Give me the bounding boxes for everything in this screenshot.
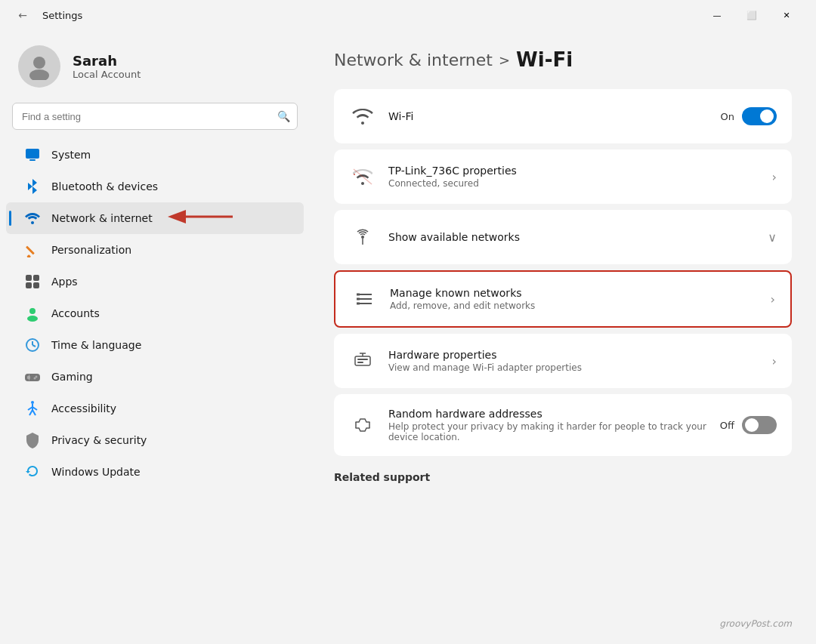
tp-link-item[interactable]: TP-Link_736C properties Connected, secur… <box>334 149 792 204</box>
show-networks-chevron: ∨ <box>768 230 777 245</box>
manage-networks-item[interactable]: Manage known networks Add, remove, and e… <box>335 272 790 326</box>
nav-list: System Bluetooth & devices <box>0 139 310 488</box>
sidebar-item-time-label: Time & language <box>51 339 141 351</box>
svg-point-14 <box>27 316 38 322</box>
sidebar-item-network[interactable]: Network & internet <box>6 202 304 234</box>
wifi-toggle-text: Wi-Fi <box>388 110 709 122</box>
related-support: Related support <box>334 471 792 483</box>
sidebar-item-apps[interactable]: Apps <box>6 266 304 297</box>
svg-rect-11 <box>26 282 32 288</box>
wifi-toggle[interactable] <box>742 107 777 125</box>
wifi-title: Wi-Fi <box>388 110 709 122</box>
arrow-annotation <box>165 205 240 231</box>
show-networks-text: Show available networks <box>388 231 756 243</box>
show-networks-title: Show available networks <box>388 231 756 243</box>
user-name: Sarah <box>73 53 141 69</box>
sidebar-item-bluetooth-label: Bluetooth & devices <box>51 180 158 193</box>
hardware-props-text: Hardware properties View and manage Wi-F… <box>388 349 760 373</box>
svg-point-4 <box>31 221 34 224</box>
svg-rect-41 <box>357 362 363 363</box>
network-icon <box>24 210 41 226</box>
maximize-button[interactable]: ⬜ <box>734 3 769 27</box>
svg-rect-8 <box>26 245 35 254</box>
sidebar-item-system[interactable]: System <box>6 139 304 171</box>
svg-point-1 <box>29 69 49 80</box>
wifi-card: Wi-Fi On <box>334 89 792 143</box>
random-hw-title: Random hardware addresses <box>388 408 708 420</box>
svg-point-23 <box>31 401 34 404</box>
svg-line-27 <box>29 410 32 415</box>
svg-rect-7 <box>26 254 31 257</box>
titlebar-left: ← Settings <box>12 5 82 26</box>
search-input[interactable] <box>12 103 298 130</box>
manage-networks-text: Manage known networks Add, remove, and e… <box>390 287 759 311</box>
privacy-icon <box>24 432 41 448</box>
hardware-props-item[interactable]: Hardware properties View and manage Wi-F… <box>334 334 792 388</box>
svg-rect-3 <box>29 159 36 161</box>
wifi-toggle-label: On <box>721 111 734 122</box>
tp-link-icon <box>349 163 376 190</box>
manage-networks-subtitle: Add, remove, and edit networks <box>390 300 759 311</box>
show-networks-item[interactable]: Show available networks ∨ <box>334 210 792 264</box>
breadcrumb-current: Wi-Fi <box>516 48 573 71</box>
sidebar-item-system-label: System <box>51 149 91 161</box>
sidebar-item-update-label: Windows Update <box>51 466 141 478</box>
tp-link-title: TP-Link_736C properties <box>388 165 760 177</box>
sidebar-item-bluetooth[interactable]: Bluetooth & devices <box>6 171 304 202</box>
personalization-icon <box>24 242 41 258</box>
chevron-down-icon: ∨ <box>768 230 777 245</box>
svg-rect-40 <box>357 359 368 360</box>
svg-point-31 <box>361 236 364 239</box>
tp-link-subtitle: Connected, secured <box>388 178 760 189</box>
content-area: Network & internet > Wi-Fi Wi-Fi On <box>310 30 816 644</box>
sidebar-item-gaming-label: Gaming <box>51 371 93 383</box>
sidebar-item-privacy[interactable]: Privacy & security <box>6 424 304 456</box>
manage-networks-title: Manage known networks <box>390 287 759 299</box>
manage-networks-icon <box>351 285 378 313</box>
hardware-props-card: Hardware properties View and manage Wi-F… <box>334 334 792 388</box>
svg-rect-9 <box>26 275 32 281</box>
svg-rect-39 <box>355 356 370 365</box>
user-info: Sarah Local Account <box>73 53 141 80</box>
random-hw-icon <box>349 411 376 439</box>
chevron-right-icon-2: › <box>771 292 775 307</box>
random-hw-toggle[interactable] <box>742 416 777 434</box>
svg-rect-10 <box>33 275 39 281</box>
manage-networks-chevron: › <box>771 292 775 307</box>
wifi-icon <box>349 103 376 130</box>
app-body: Sarah Local Account 🔍 System <box>0 30 816 644</box>
wifi-toggle-item[interactable]: Wi-Fi On <box>334 89 792 143</box>
close-button[interactable]: ✕ <box>769 3 804 27</box>
sidebar-item-privacy-label: Privacy & security <box>51 434 147 446</box>
gaming-icon <box>24 368 41 385</box>
sidebar-item-accessibility[interactable]: Accessibility <box>6 393 304 424</box>
sidebar-item-gaming[interactable]: Gaming <box>6 361 304 393</box>
titlebar-controls: — ⬜ ✕ <box>700 3 804 27</box>
tp-link-chevron: › <box>772 170 777 184</box>
svg-point-22 <box>34 377 36 380</box>
random-hw-card: Random hardware addresses Help protect y… <box>334 394 792 456</box>
antenna-icon <box>349 223 376 251</box>
back-button[interactable]: ← <box>12 5 33 26</box>
random-hw-text: Random hardware addresses Help protect y… <box>388 408 708 442</box>
user-section[interactable]: Sarah Local Account <box>0 30 310 103</box>
svg-rect-12 <box>33 282 39 288</box>
user-account-type: Local Account <box>73 69 141 80</box>
system-icon <box>24 146 41 163</box>
sidebar-item-accessibility-label: Accessibility <box>51 402 116 414</box>
random-hw-item[interactable]: Random hardware addresses Help protect y… <box>334 394 792 456</box>
chevron-right-icon: › <box>772 170 777 184</box>
minimize-button[interactable]: — <box>700 3 734 27</box>
titlebar-title: Settings <box>42 10 82 21</box>
sidebar-item-time[interactable]: Time & language <box>6 329 304 361</box>
sidebar-item-update[interactable]: Windows Update <box>6 456 304 488</box>
hardware-icon <box>349 347 376 374</box>
svg-rect-29 <box>354 174 355 175</box>
svg-point-13 <box>29 308 36 314</box>
sidebar-item-personalization[interactable]: Personalization <box>6 234 304 266</box>
svg-line-17 <box>32 345 36 347</box>
time-icon <box>24 337 41 353</box>
manage-networks-card: Manage known networks Add, remove, and e… <box>334 270 792 328</box>
random-hw-subtitle: Help protect your privacy by making it h… <box>388 421 708 442</box>
sidebar-item-accounts[interactable]: Accounts <box>6 297 304 329</box>
